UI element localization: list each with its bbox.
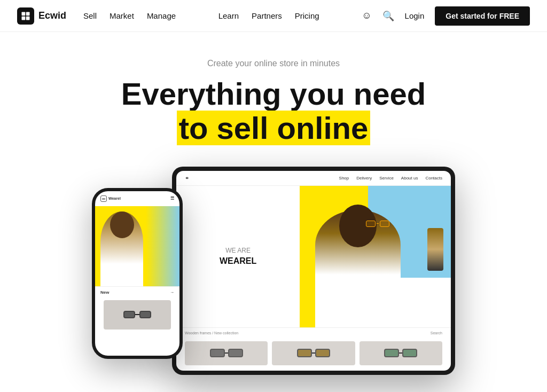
phone-arrow: → <box>170 290 174 295</box>
tablet-image-area <box>300 186 451 327</box>
nav-right-group: ☺ 🔍 Login Get started for FREE <box>362 6 530 26</box>
phone-nav: oo Wearel ☰ <box>95 191 179 206</box>
phone-product-image <box>104 300 171 330</box>
hero-subtitle: Create your online store in minutes <box>207 59 340 68</box>
phone-sunglasses <box>121 309 153 320</box>
devices-showcase: oo Wearel ☰ New → <box>11 167 536 386</box>
svg-rect-2 <box>22 16 26 20</box>
tablet-screen: ⚭ Shop Delivery Service About us Contact… <box>176 171 451 371</box>
phone-logo-icon: oo <box>100 195 107 202</box>
tablet-nav-delivery: Delivery <box>356 176 372 181</box>
lens-dark-left <box>210 349 225 357</box>
brand-name: Ecwid <box>38 10 66 21</box>
tablet-hero-content: WE ARE WEAREL <box>176 186 300 327</box>
login-link[interactable]: Login <box>405 11 425 20</box>
get-started-button[interactable]: Get started for FREE <box>435 6 530 26</box>
tablet-search-text: Search <box>431 331 442 335</box>
phone-lens-right <box>139 311 151 318</box>
phone-menu-icon: ☰ <box>170 196 174 201</box>
tablet-person-glasses <box>366 221 393 227</box>
logo-icon <box>17 7 34 25</box>
sunglasses-dark <box>210 349 243 357</box>
phone-person-figure <box>100 211 143 286</box>
tablet-nav: ⚭ Shop Delivery Service About us Contact… <box>176 171 451 186</box>
tablet-lens-right <box>380 221 389 227</box>
tablet-nav-about: About us <box>401 176 418 181</box>
phone-person-head <box>110 211 134 238</box>
phone-brand-logo: oo Wearel <box>100 195 121 202</box>
phone-hero-image <box>95 206 179 286</box>
tablet-person-figure <box>315 210 401 327</box>
lens-dark-right <box>228 349 243 357</box>
phone-new-label: New <box>100 290 109 295</box>
nav-link-learn[interactable]: Learn <box>218 11 239 20</box>
tablet-product-1 <box>185 341 268 365</box>
tablet-brand-name: WEAREL <box>185 256 291 266</box>
tablet-glasses-icon: ⚭ <box>185 175 189 181</box>
tablet-lens-left <box>366 221 376 227</box>
phone-brand-name: Wearel <box>108 197 121 200</box>
navbar: Ecwid Sell Market Manage Learn Partners … <box>0 0 547 32</box>
nav-link-partners[interactable]: Partners <box>252 11 282 20</box>
nav-left-links: Sell Market Manage <box>83 11 176 20</box>
tablet-brand-logo: ⚭ <box>185 175 189 181</box>
tablet-products-row <box>176 338 451 371</box>
hero-title-plain: Everything you need <box>121 76 426 111</box>
svg-rect-0 <box>22 12 26 15</box>
hero-title-highlight: to sell online <box>177 111 371 145</box>
svg-rect-1 <box>26 12 30 15</box>
tablet-nav-links: Shop Delivery Service About us Contacts <box>339 176 442 181</box>
svg-rect-3 <box>26 16 30 20</box>
hero-title: Everything you need to sell online <box>121 77 426 145</box>
lens-brown-right <box>315 349 330 357</box>
lens-brown-left <box>297 349 312 357</box>
nav-link-sell[interactable]: Sell <box>83 11 97 20</box>
phone-screen: oo Wearel ☰ New → <box>95 191 179 356</box>
tablet-bottom-bar: Wooden frames / New collection Search <box>176 327 451 338</box>
phone-new-row: New → <box>95 286 179 298</box>
nav-left-group: Ecwid Sell Market Manage <box>17 7 176 25</box>
nav-center-links: Learn Partners Pricing <box>218 11 319 20</box>
phone-bridge <box>135 314 139 315</box>
logo[interactable]: Ecwid <box>17 7 66 25</box>
tablet-nav-shop: Shop <box>339 176 349 181</box>
tablet-mockup: ⚭ Shop Delivery Service About us Contact… <box>172 167 455 375</box>
tablet-hero-area: WE ARE WEAREL <box>176 186 451 327</box>
tablet-person-head <box>339 205 377 247</box>
tablet-nav-contacts: Contacts <box>425 176 442 181</box>
tablet-collection-text: Wooden frames / New collection <box>185 331 238 335</box>
lens-green-left <box>384 349 399 357</box>
nav-link-manage[interactable]: Manage <box>147 11 176 20</box>
phone-lens-left <box>123 311 135 318</box>
tablet-product-2 <box>272 341 355 365</box>
tablet-side-person <box>427 228 443 271</box>
nav-link-market[interactable]: Market <box>110 11 134 20</box>
sunglasses-brown <box>297 349 330 357</box>
phone-mockup: oo Wearel ☰ New → <box>92 188 183 359</box>
tablet-bridge <box>377 223 379 224</box>
sunglasses-green <box>384 349 417 357</box>
search-icon[interactable]: 🔍 <box>382 10 394 22</box>
tablet-brand-prefix: WE ARE <box>185 247 291 254</box>
tablet-person-body <box>315 210 401 327</box>
lens-green-right <box>402 349 417 357</box>
nav-link-pricing[interactable]: Pricing <box>295 11 319 20</box>
tablet-nav-service: Service <box>379 176 394 181</box>
bridge-dark <box>225 352 228 354</box>
chat-icon[interactable]: ☺ <box>362 10 371 21</box>
tablet-product-3 <box>360 341 442 365</box>
hero-section: Create your online store in minutes Ever… <box>0 32 547 392</box>
